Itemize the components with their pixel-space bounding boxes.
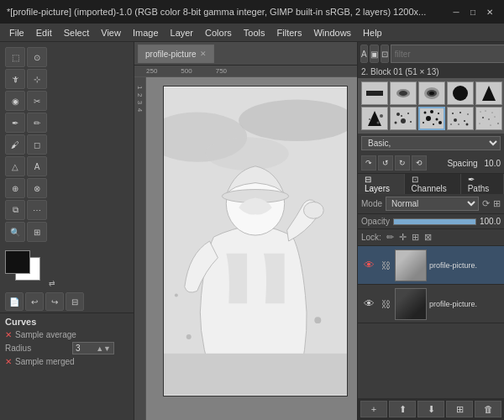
menu-filters[interactable]: Filters <box>271 26 308 39</box>
layers-icon[interactable]: ⊟ <box>66 292 84 311</box>
brush-cell-6[interactable] <box>361 107 388 130</box>
close-sample-merged[interactable]: ✕ <box>5 357 12 366</box>
close-sample-average[interactable]: ✕ <box>5 330 12 339</box>
tool-heal[interactable]: ⊗ <box>27 178 47 198</box>
brush-cell-1[interactable] <box>361 81 388 105</box>
spacing-icon-1[interactable]: ↷ <box>361 155 376 171</box>
layer-options-icon[interactable]: ⊞ <box>493 198 501 209</box>
brush-icon-2[interactable]: ▣ <box>370 45 379 63</box>
canvas-tabs: profile-picture ✕ <box>134 42 357 66</box>
brush-cell-10[interactable] <box>475 107 502 130</box>
svg-point-12 <box>396 89 410 97</box>
brush-type-select[interactable]: Basic, <box>361 136 501 150</box>
lower-layer-button[interactable]: ⬇ <box>417 401 444 417</box>
menu-layer[interactable]: Layer <box>165 26 200 39</box>
menu-tools[interactable]: Tools <box>238 26 271 39</box>
tab-paths[interactable]: ✒ Paths <box>461 174 504 194</box>
tool-paintbrush[interactable]: 🖌 <box>5 134 25 155</box>
menu-image[interactable]: Image <box>127 26 165 39</box>
tab-paths-label: ✒ Paths <box>468 175 496 193</box>
svg-point-10 <box>175 293 178 297</box>
menu-colors[interactable]: Colors <box>199 26 238 39</box>
tool-ellipse-select[interactable]: ⊙ <box>27 47 47 67</box>
lock-alpha-icon[interactable]: ⊞ <box>412 232 419 243</box>
brush-cell-4[interactable] <box>447 81 474 105</box>
menu-file[interactable]: File <box>3 26 30 39</box>
lock-pixels-icon[interactable]: ✏ <box>386 232 394 243</box>
opacity-row: Opacity 100.0 <box>358 214 504 229</box>
link-layers-icon[interactable]: ⟳ <box>482 198 490 209</box>
tool-free-select[interactable]: 🗡 <box>5 69 25 89</box>
close-button[interactable]: ✕ <box>482 4 497 19</box>
layer-2-name: profile-picture. <box>429 300 501 308</box>
tool-eraser[interactable]: ◻ <box>27 134 47 155</box>
spacing-icon-2[interactable]: ↺ <box>378 155 393 171</box>
tab-layers[interactable]: ⊟ Layers <box>358 174 405 194</box>
tool-pencil[interactable]: ✏ <box>27 113 47 133</box>
menu-help[interactable]: Help <box>357 26 388 39</box>
maximize-button[interactable]: □ <box>465 4 480 19</box>
brush-icon-1[interactable]: A <box>360 45 368 63</box>
minimize-button[interactable]: ─ <box>449 4 464 19</box>
layer-row-1[interactable]: 👁 ⛓ profile-picture. <box>358 246 504 285</box>
lock-all-icon[interactable]: ⊠ <box>424 232 432 243</box>
canvas-tab-profile[interactable]: profile-picture ✕ <box>138 45 214 63</box>
brush-cell-5[interactable] <box>475 81 502 105</box>
spacing-label: Spacing <box>447 159 477 168</box>
undo-icon[interactable]: ↩ <box>25 292 44 311</box>
brush-name-label: 2. Block 01 (51 × 13) <box>358 66 504 78</box>
tool-text[interactable]: A <box>27 156 47 176</box>
canvas-viewport[interactable] <box>146 77 357 420</box>
foreground-color-swatch[interactable] <box>5 250 30 274</box>
svg-rect-7 <box>164 354 347 396</box>
brush-cell-8-selected[interactable] <box>418 107 445 130</box>
radius-label: Radius <box>5 344 72 353</box>
radius-input[interactable]: 3 ▲▼ <box>72 342 114 354</box>
layer-2-chain-icon[interactable]: ⛓ <box>379 297 392 312</box>
redo-icon[interactable]: ↪ <box>45 292 64 311</box>
tool-clone[interactable]: ⊕ <box>5 178 25 198</box>
tool-fuzzy-select[interactable]: ⊹ <box>27 69 47 89</box>
tool-scissors[interactable]: ✂ <box>27 91 47 111</box>
brush-filter-input[interactable] <box>391 45 504 63</box>
tool-zoom[interactable]: 🔍 <box>5 222 25 242</box>
layer-2-eye-icon[interactable]: 👁 <box>361 297 376 312</box>
layer-row-2[interactable]: 👁 ⛓ profile-picture. <box>358 285 504 323</box>
tool-perspective[interactable]: ⧉ <box>5 200 25 220</box>
spacing-icon-3[interactable]: ↻ <box>395 155 410 171</box>
spacing-icon-4[interactable]: ⟲ <box>412 155 427 171</box>
brush-cell-7[interactable] <box>390 107 417 130</box>
tool-paths[interactable]: ✒ <box>5 113 25 133</box>
menu-edit[interactable]: Edit <box>30 26 58 39</box>
menu-windows[interactable]: Windows <box>307 26 357 39</box>
brush-icon-3[interactable]: ⊡ <box>381 45 389 63</box>
canvas-tab-close[interactable]: ✕ <box>200 50 207 58</box>
new-layer-button[interactable]: + <box>360 401 387 417</box>
duplicate-layer-button[interactable]: ⊞ <box>446 401 473 417</box>
mode-select[interactable]: Normal <box>386 197 479 211</box>
lock-position-icon[interactable]: ✛ <box>399 232 407 243</box>
opacity-bar[interactable] <box>393 218 476 225</box>
spacing-icons: ↷ ↺ ↻ ⟲ <box>361 155 427 171</box>
tool-blur[interactable]: ⋯ <box>27 200 47 220</box>
brush-cell-9[interactable] <box>447 107 474 130</box>
swap-colors-icon[interactable]: ⇄ <box>49 279 55 287</box>
delete-layer-button[interactable]: 🗑 <box>475 401 501 417</box>
tool-measure[interactable]: ⊞ <box>27 222 47 242</box>
menu-select[interactable]: Select <box>58 26 96 39</box>
brush-cell-2[interactable] <box>390 81 417 105</box>
sample-average-row: ✕ Sample average <box>5 330 129 339</box>
tab-channels[interactable]: ⊡ Channels <box>405 174 461 194</box>
layers-panel: ⊟ Layers ⊡ Channels ✒ Paths Mode Normal … <box>358 174 504 420</box>
brush-cell-3[interactable] <box>418 81 445 105</box>
new-image-icon[interactable]: 📄 <box>5 292 24 311</box>
raise-layer-button[interactable]: ⬆ <box>389 401 416 417</box>
svg-point-45 <box>480 112 481 113</box>
tool-by-color[interactable]: ◉ <box>5 91 25 111</box>
tool-airbrush[interactable]: △ <box>5 156 25 176</box>
radius-spinner[interactable]: ▲▼ <box>96 344 111 353</box>
layer-1-chain-icon[interactable]: ⛓ <box>379 258 392 273</box>
tool-rect-select[interactable]: ⬚ <box>5 47 25 67</box>
menu-view[interactable]: View <box>95 26 127 39</box>
layer-1-eye-icon[interactable]: 👁 <box>361 258 376 273</box>
